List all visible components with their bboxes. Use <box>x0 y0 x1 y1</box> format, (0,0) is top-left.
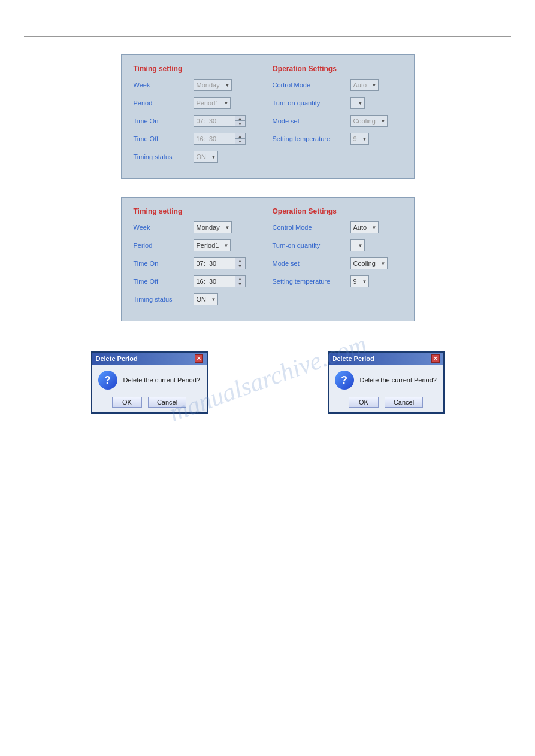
qty-select-1[interactable] <box>350 97 365 109</box>
timeon-down-1[interactable]: ▼ <box>235 121 245 126</box>
dialog-1-message: Delete the current Period? <box>123 377 200 384</box>
settings-panel-2: Timing setting Week Monday Period Period… <box>121 197 415 321</box>
status-label-1: Timing status <box>134 153 194 160</box>
period-select-1[interactable]: Period1 <box>194 97 231 109</box>
mode-label-1: Mode set <box>273 117 350 125</box>
qty-select-wrapper-2[interactable] <box>350 239 365 251</box>
timeon-input-1[interactable] <box>194 115 235 127</box>
week-label-2: Week <box>134 224 194 231</box>
operation-title-1: Operation Settings <box>273 65 402 73</box>
timeon-down-2[interactable]: ▼ <box>235 263 245 269</box>
timeoff-row-1: Time Off ▲ ▼ <box>134 133 263 145</box>
dialog-1-cancel-button[interactable]: Cancel <box>148 397 186 408</box>
control-label-2: Control Mode <box>273 224 350 231</box>
control-row-1: Cortrol Mode Auto <box>273 79 402 91</box>
operation-section-2: Operation Settings Control Mode Auto Tur… <box>268 205 407 314</box>
timeoff-spinner-2[interactable]: ▲ ▼ <box>194 275 246 287</box>
period-select-wrapper-2[interactable]: Period1 <box>194 239 231 251</box>
delete-period-dialog-1: Delete Period ✕ ? Delete the current Per… <box>91 351 208 414</box>
timeoff-row-2: Time Off ▲ ▼ <box>134 275 263 287</box>
dialog-1-buttons: OK Cancel <box>92 394 207 412</box>
dialog-1-body: ? Delete the current Period? <box>92 365 207 394</box>
temp-row-2: Setting temperature 9 <box>273 275 402 287</box>
status-row-2: Timing status ON <box>134 293 263 305</box>
timeon-spinner-2[interactable]: ▲ ▼ <box>194 257 246 269</box>
period-select-wrapper-1[interactable]: Period1 <box>194 97 231 109</box>
temp-select-wrapper-1[interactable]: 9 <box>350 133 369 145</box>
qty-row-1: Turn-on quantity <box>273 97 402 109</box>
control-select-wrapper-1[interactable]: Auto <box>350 79 379 91</box>
mode-select-wrapper-1[interactable]: Cooling <box>350 115 388 127</box>
status-select-1[interactable]: ON <box>194 151 218 163</box>
status-select-wrapper-1[interactable]: ON <box>194 151 218 163</box>
control-select-1[interactable]: Auto <box>350 79 379 91</box>
timeon-row-1: Time On ▲ ▼ <box>134 115 263 127</box>
status-select-2[interactable]: ON <box>194 293 218 305</box>
timeoff-label-1: Time Off <box>134 135 194 142</box>
dialog-1-title: Delete Period <box>96 355 138 362</box>
operation-section-1: Operation Settings Cortrol Mode Auto Tur… <box>268 62 407 171</box>
week-select-1[interactable]: Monday <box>194 79 232 91</box>
temp-row-1: Setting temperature 9 <box>273 133 402 145</box>
timeon-spinner-1[interactable]: ▲ ▼ <box>194 115 246 127</box>
qty-select-2[interactable] <box>350 239 365 251</box>
dialog-2-ok-button[interactable]: OK <box>349 397 379 408</box>
timeoff-spinner-1[interactable]: ▲ ▼ <box>194 133 246 145</box>
timeon-label-1: Time On <box>134 117 194 125</box>
timeoff-up-2[interactable]: ▲ <box>235 276 245 281</box>
timeoff-spinner-buttons-1: ▲ ▼ <box>235 133 246 145</box>
week-row-2: Week Monday <box>134 221 263 233</box>
dialog-1-question-icon: ? <box>98 371 117 390</box>
dialog-1-titlebar: Delete Period ✕ <box>92 353 207 365</box>
timeon-up-2[interactable]: ▲ <box>235 258 245 263</box>
mode-select-wrapper-2[interactable]: Cooling <box>350 257 388 269</box>
mode-select-2[interactable]: Cooling <box>350 257 388 269</box>
dialog-1-ok-button[interactable]: OK <box>112 397 142 408</box>
control-label-1: Cortrol Mode <box>273 81 350 89</box>
temp-label-2: Setting temperature <box>273 278 350 285</box>
week-label-1: Week <box>134 81 194 89</box>
dialog-2-question-icon: ? <box>335 371 354 390</box>
timeon-label-2: Time On <box>134 260 194 267</box>
period-row-2: Period Period1 <box>134 239 263 251</box>
mode-select-1[interactable]: Cooling <box>350 115 388 127</box>
week-select-wrapper-1[interactable]: Monday <box>194 79 232 91</box>
temp-select-2[interactable]: 9 <box>350 275 369 287</box>
qty-select-wrapper-1[interactable] <box>350 97 365 109</box>
dialog-1-close-button[interactable]: ✕ <box>195 354 203 363</box>
dialog-2-close-button[interactable]: ✕ <box>431 354 440 363</box>
timeoff-down-2[interactable]: ▼ <box>235 281 245 287</box>
control-select-wrapper-2[interactable]: Auto <box>350 221 379 233</box>
status-select-wrapper-2[interactable]: ON <box>194 293 218 305</box>
week-row-1: Week Monday <box>134 79 263 91</box>
timeoff-input-2[interactable] <box>194 275 235 287</box>
page-content: Timing setting Week Monday Period Period… <box>0 37 535 414</box>
temp-select-1[interactable]: 9 <box>350 133 369 145</box>
delete-period-dialog-2: Delete Period ✕ ? Delete the current Per… <box>328 351 445 414</box>
period-select-2[interactable]: Period1 <box>194 239 231 251</box>
week-select-wrapper-2[interactable]: Monday <box>194 221 232 233</box>
temp-label-1: Setting temperature <box>273 135 350 142</box>
qty-row-2: Turn-on quantity <box>273 239 402 251</box>
mode-row-1: Mode set Cooling <box>273 115 402 127</box>
timing-section-2: Timing setting Week Monday Period Period… <box>129 205 268 314</box>
dialog-2-cancel-button[interactable]: Cancel <box>385 397 423 408</box>
timeoff-up-1[interactable]: ▲ <box>235 133 245 139</box>
temp-select-wrapper-2[interactable]: 9 <box>350 275 369 287</box>
dialogs-row: Delete Period ✕ ? Delete the current Per… <box>91 351 445 414</box>
timeon-input-2[interactable] <box>194 257 235 269</box>
timeon-up-1[interactable]: ▲ <box>235 116 245 121</box>
control-row-2: Control Mode Auto <box>273 221 402 233</box>
timing-title-2: Timing setting <box>134 207 263 215</box>
operation-title-2: Operation Settings <box>273 207 402 215</box>
timeoff-label-2: Time Off <box>134 278 194 285</box>
control-select-2[interactable]: Auto <box>350 221 379 233</box>
timeoff-input-1[interactable] <box>194 133 235 145</box>
qty-label-2: Turn-on quantity <box>273 242 350 249</box>
status-row-1: Timing status ON <box>134 151 263 163</box>
dialog-2-title: Delete Period <box>333 355 374 362</box>
dialog-2-message: Delete the current Period? <box>360 377 437 384</box>
timeoff-down-1[interactable]: ▼ <box>235 139 245 144</box>
timing-section-1: Timing setting Week Monday Period Period… <box>129 62 268 171</box>
week-select-2[interactable]: Monday <box>194 221 232 233</box>
